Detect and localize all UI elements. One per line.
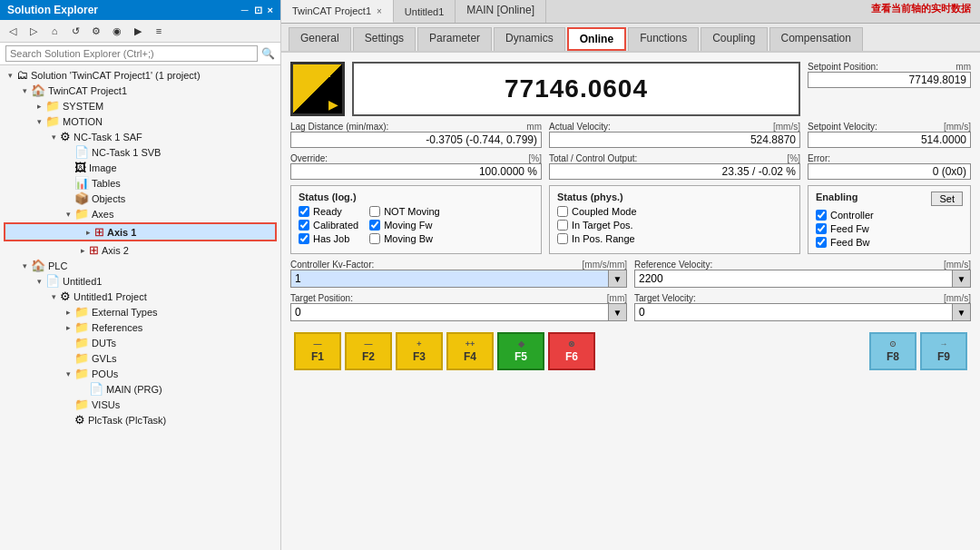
tree-item-axis1[interactable]: ▸ ⊞ Axis 1 <box>4 222 277 241</box>
ref-vel-input[interactable] <box>635 270 952 287</box>
tab-coupling[interactable]: Coupling <box>701 27 767 51</box>
expand-axis2-icon[interactable]: ▸ <box>76 244 89 257</box>
back-btn[interactable]: ◁ <box>4 22 22 40</box>
tree-item-motion[interactable]: ▾ 📁 MOTION <box>0 113 280 129</box>
tab-dynamics[interactable]: Dynamics <box>494 27 565 51</box>
tab-functions[interactable]: Functions <box>628 27 699 51</box>
tree-item-tables[interactable]: ▸ 📊 Tables <box>0 175 280 191</box>
f5-button[interactable]: ◆ F5 <box>497 332 544 370</box>
tree-item-untitled1-project[interactable]: ▾ ⚙ Untitled1 Project <box>0 289 280 304</box>
tree-item-plctask[interactable]: ▸ ⚙ PlcTask (PlcTask) <box>0 412 280 427</box>
set-button[interactable]: Set <box>931 192 963 206</box>
tree-item-gvls[interactable]: ▸ 📁 GVLs <box>0 350 280 366</box>
build-btn[interactable]: ▶ <box>129 22 147 40</box>
tree-item-objects[interactable]: ▸ 📦 Objects <box>0 191 280 206</box>
status-log-col2: NOT Moving Moving Fw Moving Bw <box>369 206 440 244</box>
objects-icon: 📦 <box>74 192 89 205</box>
tab-twincat-close[interactable]: × <box>377 6 382 16</box>
expand-icon[interactable]: ▾ <box>4 69 16 82</box>
tab-online[interactable]: Online <box>567 27 626 51</box>
f9-button[interactable]: → F9 <box>920 332 967 370</box>
ref-vel-arrow-btn[interactable]: ▼ <box>952 270 970 287</box>
tree-item-solution[interactable]: ▾ 🗂 Solution 'TwinCAT Project1' (1 proje… <box>0 67 280 83</box>
tree-label-plc: PLC <box>48 260 67 271</box>
sync-btn[interactable]: ↺ <box>66 22 84 40</box>
kv-arrow-btn[interactable]: ▼ <box>608 270 626 287</box>
tree-item-visus[interactable]: ▸ 📁 VISUs <box>0 397 280 412</box>
tree-item-nc-saf[interactable]: ▾ ⚙ NC-Task 1 SAF <box>0 129 280 144</box>
control-output-value: 23.35 / -0.02 % <box>549 163 800 180</box>
expand-twincat-icon[interactable]: ▾ <box>18 84 31 97</box>
target-pos-arrow-btn[interactable]: ▼ <box>608 304 626 320</box>
nav-tabs: General Settings Parameter Dynamics Onli… <box>281 24 980 53</box>
coupled-mode-checkbox[interactable] <box>557 206 568 217</box>
hasjob-checkbox[interactable] <box>299 233 309 244</box>
tab-parameter[interactable]: Parameter <box>417 27 492 51</box>
expand-references-icon[interactable]: ▸ <box>62 321 74 334</box>
tree-item-twincat[interactable]: ▾ 🏠 TwinCAT Project1 <box>0 83 280 98</box>
expand-untitled1-icon[interactable]: ▾ <box>33 275 45 288</box>
image-icon: 🖼 <box>74 161 86 174</box>
not-moving-checkbox[interactable] <box>369 206 380 217</box>
tree-item-image[interactable]: ▸ 🖼 Image <box>0 160 280 175</box>
tree-item-duts[interactable]: ▸ 📁 DUTs <box>0 335 280 350</box>
expand-pous-icon[interactable]: ▾ <box>62 368 74 380</box>
tree-item-ext-types[interactable]: ▸ 📁 External Types <box>0 304 280 319</box>
expand-axes-icon[interactable]: ▾ <box>62 208 74 221</box>
feed-bw-checkbox[interactable] <box>816 237 827 248</box>
actual-vel-unit: [mm/s] <box>773 122 800 132</box>
close-icon[interactable]: × <box>268 5 273 16</box>
moving-fw-checkbox[interactable] <box>369 220 380 231</box>
forward-btn[interactable]: ▷ <box>24 22 43 40</box>
expand-nc-saf-icon[interactable]: ▾ <box>47 131 60 143</box>
tab-twincat-project[interactable]: TwinCAT Project1 × <box>281 0 394 23</box>
tab-untitled1[interactable]: Untitled1 <box>394 0 456 23</box>
moving-bw-checkbox[interactable] <box>369 233 380 244</box>
actual-vel-group: Actual Velocity: [mm/s] 524.8870 <box>549 122 800 148</box>
feed-fw-checkbox[interactable] <box>816 223 827 234</box>
calibrated-checkbox[interactable] <box>299 220 309 231</box>
expand-axis1-icon[interactable]: ▸ <box>82 226 94 239</box>
settings-btn[interactable]: ⚙ <box>87 22 105 40</box>
tree-item-nc-svb[interactable]: ▸ 📄 NC-Task 1 SVB <box>0 144 280 160</box>
in-pos-range-checkbox[interactable] <box>557 233 568 244</box>
tree-item-plc[interactable]: ▾ 🏠 PLC <box>0 258 280 273</box>
pin-icon[interactable]: ─ <box>241 5 249 16</box>
expand-system-icon[interactable]: ▸ <box>33 100 45 113</box>
kv-input[interactable] <box>291 270 608 287</box>
target-vel-input[interactable] <box>635 304 952 320</box>
tree-item-system[interactable]: ▸ 📁 SYSTEM <box>0 98 280 113</box>
tree-item-axis2[interactable]: ▸ ⊞ Axis 2 <box>0 242 280 258</box>
home-btn[interactable]: ⌂ <box>45 22 64 40</box>
f1-button[interactable]: — F1 <box>294 332 341 370</box>
debug-btn[interactable]: ◉ <box>108 22 126 40</box>
tree-item-axes[interactable]: ▾ 📁 Axes <box>0 206 280 221</box>
more-btn[interactable]: ≡ <box>150 22 168 40</box>
f8-button[interactable]: ⊙ F8 <box>869 332 916 370</box>
tree-item-pous[interactable]: ▾ 📁 POUs <box>0 366 280 381</box>
tree-item-references[interactable]: ▸ 📁 References <box>0 319 280 335</box>
tab-general[interactable]: General <box>289 27 351 51</box>
expand-motion-icon[interactable]: ▾ <box>33 115 45 128</box>
control-output-group: Total / Control Output: [%] 23.35 / -0.0… <box>549 153 800 180</box>
ready-checkbox[interactable] <box>299 206 309 217</box>
tree-item-main-prg[interactable]: ▸ 📄 MAIN (PRG) <box>0 381 280 397</box>
tree-label-twincat: TwinCAT Project1 <box>48 85 127 96</box>
f4-button[interactable]: ++ F4 <box>446 332 494 370</box>
status-ready: Ready <box>299 206 358 217</box>
controller-checkbox[interactable] <box>816 210 827 221</box>
float-icon[interactable]: ⊡ <box>254 5 262 16</box>
f6-button[interactable]: ⊗ F6 <box>548 332 595 370</box>
tab-settings[interactable]: Settings <box>353 27 416 51</box>
expand-u1-project-icon[interactable]: ▾ <box>47 290 60 303</box>
tab-compensation[interactable]: Compensation <box>769 27 863 51</box>
expand-ext-types-icon[interactable]: ▸ <box>62 306 74 319</box>
target-vel-arrow-btn[interactable]: ▼ <box>952 304 970 320</box>
f3-button[interactable]: + F3 <box>396 332 443 370</box>
tree-item-untitled1[interactable]: ▾ 📄 Untitled1 <box>0 273 280 289</box>
se-search-input[interactable] <box>5 45 258 62</box>
target-pos-input[interactable] <box>291 304 608 320</box>
expand-plc-icon[interactable]: ▾ <box>18 260 31 272</box>
in-target-checkbox[interactable] <box>557 220 568 231</box>
f2-button[interactable]: — F2 <box>345 332 392 370</box>
